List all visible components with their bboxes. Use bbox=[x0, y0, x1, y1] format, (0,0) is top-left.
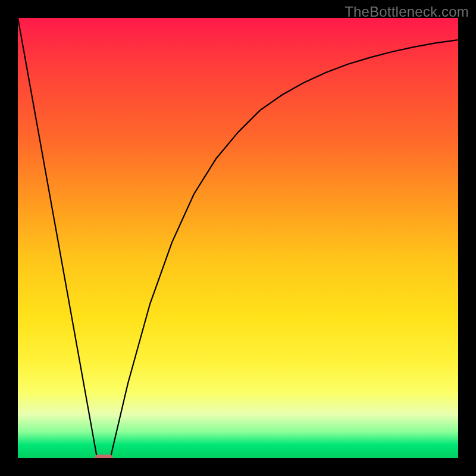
chart-container: TheBottleneck.com bbox=[0, 0, 476, 476]
watermark-label: TheBottleneck.com bbox=[345, 4, 469, 20]
plot-area bbox=[18, 18, 458, 458]
series-left-slope bbox=[18, 18, 97, 458]
chart-svg bbox=[18, 18, 458, 458]
marker-red-pill bbox=[95, 455, 113, 458]
series-right-curve bbox=[110, 40, 458, 458]
